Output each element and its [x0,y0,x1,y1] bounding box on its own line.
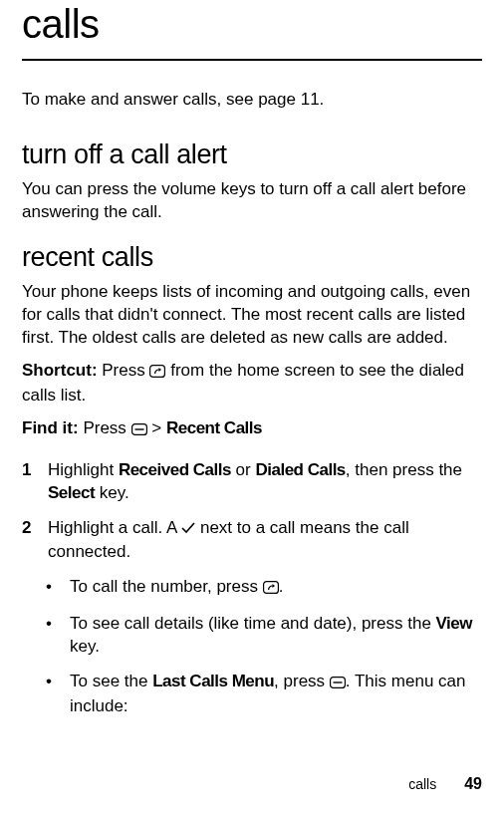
text-fragment: To see call details (like time and date)… [70,614,436,633]
last-calls-menu-label: Last Calls Menu [152,672,274,690]
bullet-text: To see call details (like time and date)… [70,613,482,659]
svg-rect-3 [263,582,278,594]
turn-off-body: You can press the volume keys to turn of… [22,178,482,224]
step-number: 1 [22,459,36,505]
step-text: Highlight Received Calls or Dialed Calls… [48,459,482,505]
intro-text: To make and answer calls, see page 11. [22,89,482,112]
text-fragment: or [231,460,256,479]
steps-list: 1 Highlight Received Calls or Dialed Cal… [22,459,482,564]
menu-key-icon [131,419,147,442]
step-number: 2 [22,517,36,564]
option-dialed-calls: Dialed Calls [255,460,345,479]
text-fragment: , press [274,672,330,690]
text-fragment: Highlight [48,460,119,479]
bullet-text: To see the Last Calls Menu, press . This… [70,671,482,718]
find-it-sep: > [147,418,166,437]
bullets-list: • To call the number, press . • To see c… [22,576,482,718]
bullet-last-calls-menu: • To see the Last Calls Menu, press . Th… [46,671,482,718]
footer-page-number: 49 [464,775,482,793]
shortcut-label: Shortcut: [22,361,98,380]
text-fragment: Highlight a call. A [48,518,181,537]
heading-recent-calls: recent calls [22,242,482,273]
bullet-dot: • [46,613,56,659]
text-fragment: key. [70,637,100,656]
page-title: calls [22,2,482,47]
send-key-icon [149,362,165,385]
send-key-icon [263,578,279,601]
bullet-call-details: • To see call details (like time and dat… [46,613,482,659]
shortcut-line: Shortcut: Press from the home screen to … [22,360,482,408]
bullet-call-number: • To call the number, press . [46,576,482,601]
select-key-label: Select [48,483,95,502]
bullet-dot: • [46,671,56,718]
step-2: 2 Highlight a call. A next to a call mea… [22,517,482,564]
shortcut-pre: Press [102,361,149,380]
find-it-item: Recent Calls [166,418,262,437]
find-it-label: Find it: [22,418,79,437]
footer-section-label: calls [408,776,436,792]
page-footer: calls 49 [408,775,482,793]
heading-turn-off-call-alert: turn off a call alert [22,139,482,170]
view-key-label: View [436,614,472,633]
text-fragment: , then press the [346,460,462,479]
title-divider [22,59,482,61]
checkmark-icon [181,518,195,541]
text-fragment: To call the number, press [70,577,263,596]
bullet-dot: • [46,576,56,601]
bullet-text: To call the number, press . [70,576,283,601]
find-it-line: Find it: Press > Recent Calls [22,417,482,442]
recent-calls-body: Your phone keeps lists of incoming and o… [22,281,482,350]
svg-rect-0 [150,365,165,377]
text-fragment: key. [95,483,129,502]
option-received-calls: Received Calls [119,460,231,479]
menu-key-icon [330,673,346,695]
find-it-pre: Press [83,418,130,437]
step-1: 1 Highlight Received Calls or Dialed Cal… [22,459,482,505]
text-fragment: . [279,577,284,596]
step-text: Highlight a call. A next to a call means… [48,517,482,564]
text-fragment: To see the [70,672,152,690]
